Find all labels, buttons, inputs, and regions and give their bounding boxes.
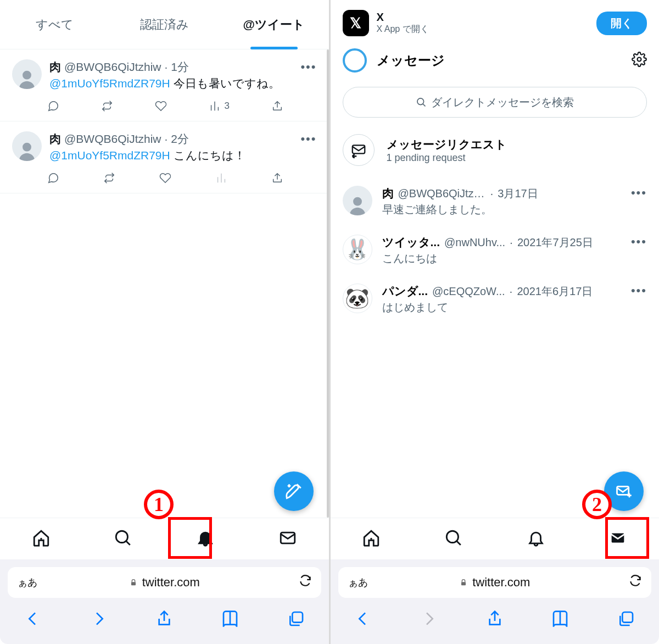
tweet-mention[interactable]: @1mUoYf5RmdZR79H: [49, 77, 170, 90]
avatar[interactable]: [12, 131, 42, 161]
avatar[interactable]: 🐼: [343, 284, 372, 313]
url-text: twitter.com: [472, 575, 530, 590]
safari-url-bar: ぁあ twitter.com: [0, 559, 329, 598]
nav-home[interactable]: [362, 529, 381, 549]
forward-button[interactable]: [90, 610, 108, 630]
dm-name: パンダ...: [382, 284, 428, 299]
chevron-right-icon: [420, 610, 438, 628]
message-requests[interactable]: メッセージリクエスト 1 pending request: [331, 118, 660, 177]
comment-icon: [47, 100, 59, 112]
nav-search[interactable]: [114, 529, 132, 549]
compose-dm-fab[interactable]: [604, 471, 644, 511]
tabs-button[interactable]: [617, 610, 635, 630]
avatar[interactable]: [343, 186, 372, 215]
nav-home[interactable]: [32, 529, 51, 549]
tweet-more-icon[interactable]: •••: [300, 60, 316, 74]
profile-avatar[interactable]: [343, 48, 367, 73]
analytics-icon: [215, 172, 227, 184]
svg-point-3: [116, 531, 128, 542]
nav-search[interactable]: [444, 529, 463, 549]
gear-icon: [632, 52, 647, 67]
tweet-time: 2分: [171, 131, 189, 147]
dm-more-icon[interactable]: •••: [631, 284, 647, 298]
banner-title: X: [377, 11, 429, 24]
dm-item[interactable]: 🐰 ツイッタ... @nwNUhv... · 2021年7月25日 こんにちは …: [331, 226, 660, 275]
search-icon: [444, 529, 463, 547]
tabs-button[interactable]: [287, 610, 305, 630]
right-screen: 𝕏 X X App で開く 開く メッセージ ダイレクトメッセージを検索 メッセ…: [331, 0, 660, 644]
bookmarks-button[interactable]: [551, 610, 569, 630]
share-up-icon: [155, 610, 173, 628]
dm-item[interactable]: 🐼 パンダ... @cEQQZoW... · 2021年6月17日 はじめまして…: [331, 275, 660, 324]
dm-item[interactable]: 肉 @BWQB6QiJtzhiw · 3月17日 早速ご連絡しました。 •••: [331, 177, 660, 226]
nav-messages[interactable]: [608, 529, 627, 549]
like-button[interactable]: [155, 100, 167, 112]
dm-more-icon[interactable]: •••: [631, 186, 647, 200]
reload-button[interactable]: [628, 574, 643, 591]
nav-messages[interactable]: [278, 529, 297, 549]
svg-rect-11: [617, 486, 629, 495]
tab-mentions[interactable]: @ツイート: [219, 0, 329, 49]
dm-handle: @nwNUhv...: [444, 236, 505, 249]
url-field[interactable]: ぁあ twitter.com: [8, 567, 321, 598]
like-button[interactable]: [159, 172, 171, 184]
chevron-left-icon: [354, 610, 372, 628]
back-button[interactable]: [354, 610, 372, 630]
lock-icon: [459, 578, 468, 587]
dm-search[interactable]: ダイレクトメッセージを検索: [343, 87, 647, 118]
home-icon: [362, 529, 381, 547]
share-button[interactable]: [155, 610, 173, 630]
reply-button[interactable]: [47, 172, 59, 184]
forward-button[interactable]: [420, 610, 438, 630]
reload-button[interactable]: [298, 574, 312, 591]
dm-search-placeholder: ダイレクトメッセージを検索: [431, 95, 574, 110]
search-icon: [416, 97, 427, 108]
settings-button[interactable]: [632, 52, 647, 69]
envelope-icon: [608, 529, 627, 547]
reader-aa-button[interactable]: ぁあ: [348, 576, 368, 589]
tweet-more-icon[interactable]: •••: [300, 132, 316, 146]
share-button[interactable]: [486, 610, 504, 630]
url-field[interactable]: ぁあ twitter.com: [338, 567, 652, 598]
chevron-right-icon: [90, 610, 108, 628]
svg-point-10: [353, 197, 362, 206]
back-button[interactable]: [24, 610, 42, 630]
avatar[interactable]: 🐰: [343, 235, 372, 264]
nav-notifications[interactable]: [527, 529, 545, 549]
retweet-button[interactable]: [101, 100, 113, 112]
message-requests-title: メッセージリクエスト: [387, 137, 507, 152]
lock-icon: [129, 578, 138, 587]
share-icon: [271, 100, 283, 112]
scrollbar[interactable]: [327, 49, 329, 518]
views-button[interactable]: 3: [209, 100, 229, 112]
tweet-item[interactable]: 肉 @BWQB6QiJtzhiw · 1分 ••• @1mUoYf5RmdZR7…: [0, 49, 329, 121]
dm-more-icon[interactable]: •••: [631, 235, 647, 249]
reply-button[interactable]: [47, 100, 59, 112]
tweet-mention[interactable]: @1mUoYf5RmdZR79H: [49, 149, 170, 162]
compose-tweet-fab[interactable]: [274, 471, 314, 511]
svg-point-12: [371, 537, 372, 539]
tab-all[interactable]: すべて: [0, 0, 110, 49]
share-button[interactable]: [271, 172, 283, 184]
svg-rect-15: [461, 582, 466, 585]
chevron-left-icon: [24, 610, 42, 628]
bookmarks-button[interactable]: [221, 610, 239, 630]
tweet-item[interactable]: 肉 @BWQB6QiJtzhiw · 2分 ••• @1mUoYf5RmdZR7…: [0, 121, 329, 193]
nav-notifications[interactable]: [196, 529, 215, 549]
analytics-icon: [209, 100, 221, 112]
svg-rect-16: [622, 612, 633, 623]
tab-verified[interactable]: 認証済み: [110, 0, 220, 49]
book-icon: [551, 610, 569, 628]
share-button[interactable]: [271, 100, 283, 112]
person-icon: [16, 140, 37, 161]
tweet-time: 1分: [171, 59, 189, 75]
tabs-icon: [287, 610, 305, 628]
dm-name: ツイッタ...: [382, 235, 440, 250]
dm-name: 肉: [382, 186, 394, 201]
avatar[interactable]: [12, 59, 42, 89]
views-button[interactable]: [215, 172, 227, 184]
reader-aa-button[interactable]: ぁあ: [18, 576, 37, 589]
tweet-text: こんにちは！: [170, 149, 245, 162]
retweet-button[interactable]: [103, 172, 115, 184]
open-app-button[interactable]: 開く: [596, 12, 647, 35]
